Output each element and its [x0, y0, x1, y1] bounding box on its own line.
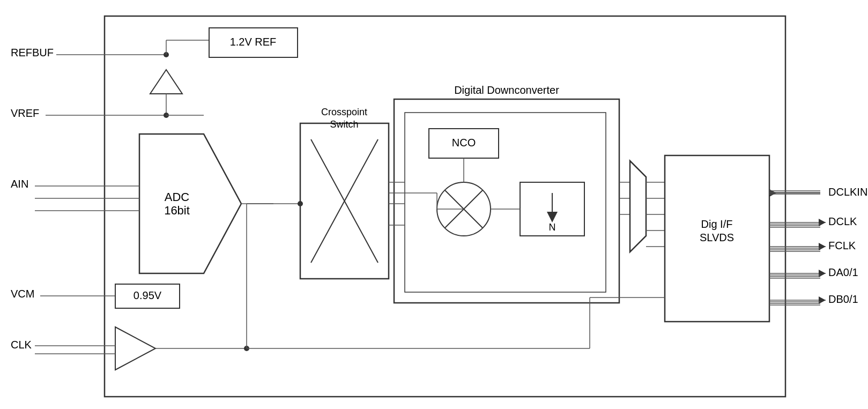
svg-marker-11 [139, 134, 241, 273]
crosspoint-label: Crosspoint [321, 107, 367, 117]
svg-rect-0 [105, 16, 785, 397]
svg-marker-39 [547, 212, 558, 222]
svg-marker-50 [630, 161, 646, 252]
ain-label: AIN [11, 178, 28, 190]
switch-label: Switch [330, 119, 358, 130]
dclkin-label: DCLKIN [828, 186, 867, 198]
clk-label: CLK [11, 339, 32, 351]
vcm-box-label: 0.95V [133, 289, 162, 301]
fclk-label: FCLK [828, 240, 856, 251]
svg-marker-60 [819, 219, 826, 226]
svg-marker-58 [769, 189, 776, 197]
vref-label: VREF [11, 107, 39, 119]
svg-marker-64 [819, 270, 826, 277]
db01-label: DB0/1 [828, 293, 858, 305]
svg-marker-66 [819, 296, 826, 304]
diagram-container: REFBUF 1.2V REF VREF ADC 16bit AIN VCM 0… [0, 0, 868, 409]
svg-marker-17 [115, 327, 155, 370]
dig-if-label: Dig I/F [701, 218, 733, 230]
ddc-label: Digital Downconverter [454, 84, 559, 96]
svg-marker-6 [150, 70, 182, 94]
svg-rect-30 [394, 99, 619, 303]
refbuf-label: REFBUF [11, 47, 54, 58]
nco-label: NCO [452, 137, 476, 148]
svg-rect-31 [405, 113, 606, 292]
svg-marker-62 [819, 243, 826, 250]
adc-bits-label: 16bit [164, 204, 190, 217]
ref-box-label: 1.2V REF [230, 36, 277, 48]
slvds-label: SLVDS [700, 232, 734, 243]
dclk-label: DCLK [828, 215, 857, 227]
adc-label: ADC [165, 190, 190, 204]
da01-label: DA0/1 [828, 266, 858, 278]
decimation-n-label: N [549, 222, 556, 233]
vcm-label: VCM [11, 288, 34, 300]
